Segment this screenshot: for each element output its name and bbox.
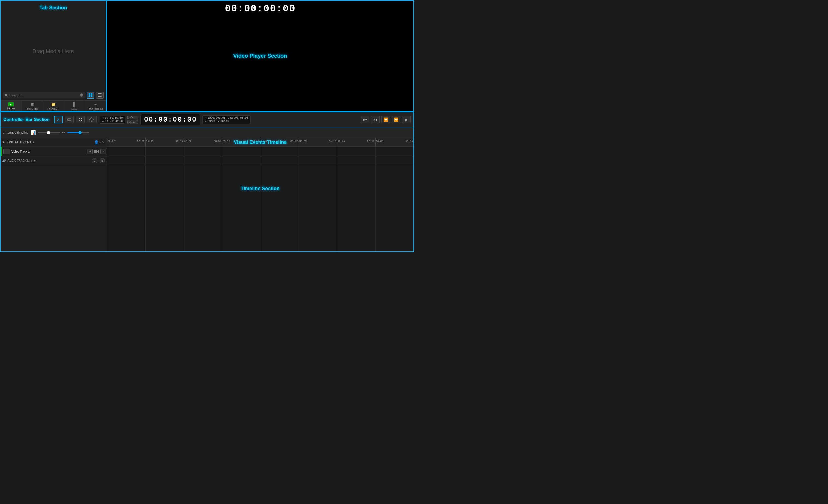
tab-daw[interactable]: ▋ DAW bbox=[64, 100, 85, 111]
search-input[interactable] bbox=[9, 93, 80, 97]
svg-rect-11 bbox=[69, 121, 70, 121]
timeline-content-right: Timeline Section bbox=[107, 147, 413, 251]
visual-events-filter-icon[interactable]: ▽ bbox=[102, 140, 105, 144]
tab-media[interactable]: ▶ MEDIA bbox=[1, 100, 22, 111]
ruler-tick bbox=[299, 138, 299, 146]
svg-rect-4 bbox=[91, 93, 92, 95]
drag-media-area: Drag Media Here bbox=[1, 13, 106, 90]
link-button[interactable] bbox=[361, 116, 369, 124]
tab-properties[interactable]: ≡ PROPERTIES bbox=[85, 100, 106, 111]
timecode-right-bottom-val: 00:00 bbox=[220, 120, 229, 123]
arrows-icon[interactable]: ⇔ bbox=[62, 131, 65, 135]
svg-rect-3 bbox=[89, 93, 90, 95]
audio-track-content[interactable] bbox=[107, 156, 413, 165]
timecode-in-top: 00:00:00:00 bbox=[105, 116, 123, 119]
left-panel: Tab Section Drag Media Here bbox=[0, 0, 107, 112]
zoom-slider[interactable] bbox=[38, 132, 60, 133]
timelines-tab-icon: ⊞ bbox=[30, 102, 35, 106]
visual-events-label-area: ▶ VISUAL EVENTS 👤+ ▽ bbox=[1, 138, 107, 147]
search-icon bbox=[4, 93, 8, 97]
video-track-content[interactable] bbox=[107, 147, 413, 156]
clock-icon: ⊟ bbox=[228, 116, 229, 119]
app-root: Tab Section Drag Media Here bbox=[0, 0, 414, 252]
audio-icon: 🔊 bbox=[2, 159, 6, 163]
timecode-right-top-val: 00:00:00:00 bbox=[230, 116, 248, 119]
media-tab-label: MEDIA bbox=[7, 107, 15, 110]
project-tab-label: PROJECT bbox=[47, 107, 59, 110]
svg-rect-5 bbox=[89, 95, 90, 97]
in-icon: ↤ bbox=[102, 116, 104, 119]
a-button[interactable]: A bbox=[54, 116, 63, 124]
timecode-out-bottom-row: ↦ 00:00 ⊕ 00:00 bbox=[205, 120, 248, 123]
badge-atmos: Atmos bbox=[127, 120, 138, 124]
search-input-wrap bbox=[3, 92, 85, 98]
plus-icon: ⊕ bbox=[218, 120, 219, 123]
audio-track-m-button[interactable]: M bbox=[92, 158, 97, 164]
timecode-out-bottom: 00:00 bbox=[208, 120, 216, 123]
daw-tab-icon: ▋ bbox=[72, 102, 77, 106]
ruler-mark: 00:20:00:00 bbox=[405, 140, 413, 143]
list-view-button[interactable] bbox=[96, 92, 104, 99]
rewind-button[interactable]: ⏪ bbox=[381, 116, 390, 124]
controller-bar: Controller Bar Section A ↤ 00:00:00:00 ↦… bbox=[0, 112, 414, 128]
ruler-tick bbox=[375, 138, 376, 146]
ruler-tick bbox=[107, 138, 107, 146]
timecode-out-top: 00:00:00:00 bbox=[208, 116, 225, 119]
monitor-button[interactable] bbox=[65, 116, 74, 124]
ruler-tick bbox=[183, 138, 184, 146]
timecode-in-bottom: 00:00:00:00 bbox=[105, 120, 123, 123]
properties-tab-icon: ≡ bbox=[93, 102, 98, 106]
visual-events-ruler-row: ▶ VISUAL EVENTS 👤+ ▽ 00:00:00:0000:02:30… bbox=[1, 138, 413, 147]
timecode-out-top-row: ↤ 00:00:00:00 ⊟ 00:00:00:00 bbox=[205, 116, 248, 119]
video-timecode: 00:00:00:00 bbox=[107, 1, 413, 14]
timecode-in-top-row: ↤ 00:00:00:00 bbox=[102, 116, 123, 119]
ruler-tick bbox=[337, 138, 337, 146]
drag-media-text: Drag Media Here bbox=[33, 48, 74, 54]
timeline-name: unnamed timeline bbox=[3, 131, 29, 135]
audio-track-s-button[interactable]: S bbox=[99, 158, 105, 164]
skip-to-start-button[interactable]: ⏮ bbox=[371, 116, 380, 124]
svg-rect-9 bbox=[98, 96, 102, 97]
settings-button[interactable] bbox=[87, 116, 96, 124]
video-track-name: Video Track 1 bbox=[11, 150, 85, 153]
scroll-slider-wrap bbox=[67, 132, 89, 133]
daw-tab-label: DAW bbox=[72, 107, 77, 110]
visual-events-expand[interactable]: ▶ bbox=[3, 140, 5, 144]
timecode-out-block: ↤ 00:00:00:00 ⊟ 00:00:00:00 ↦ 00:00 ⊕ 00… bbox=[202, 115, 251, 124]
scroll-slider[interactable] bbox=[67, 132, 89, 133]
play-button[interactable]: ▶ bbox=[402, 116, 411, 124]
video-track-label-cell: Video Track 1 M S bbox=[2, 147, 108, 156]
video-player-label: Video Player Section bbox=[233, 53, 287, 59]
tab-timelines[interactable]: ⊞ TIMELINES bbox=[22, 100, 43, 111]
badge-na: N/A bbox=[127, 116, 138, 119]
grid-view-button[interactable] bbox=[87, 92, 94, 99]
track-labels-panel: Video Track 1 M S 🔊 AUDIO TRACKS bbox=[1, 147, 107, 251]
timeline-ruler: 00:00:00:0000:02:30:0000:05:00:0000:07:3… bbox=[107, 138, 413, 147]
timeline-ruler-container: 00:00:00:0000:02:30:0000:05:00:0000:07:3… bbox=[107, 138, 413, 147]
tab-project[interactable]: 📁 PROJECT bbox=[43, 100, 64, 111]
video-player: 00:00:00:00 Video Player Section bbox=[107, 0, 414, 112]
main-timecode-display: 00:00:00:00 bbox=[140, 114, 201, 125]
clear-icon[interactable] bbox=[80, 93, 83, 97]
search-bar-row bbox=[1, 90, 106, 100]
add-person-icon[interactable]: 👤+ bbox=[94, 140, 101, 144]
timecode-in-block: ↤ 00:00:00:00 ↦ 00:00:00:00 bbox=[100, 116, 125, 124]
tab-section-label: Tab Section bbox=[1, 1, 106, 13]
media-tab-icon: ▶ bbox=[8, 102, 14, 106]
audio-track-name: AUDIO TRACKS: none bbox=[8, 159, 90, 162]
timeline-section-label: Timeline Section bbox=[241, 186, 280, 191]
video-track-thumbnail bbox=[3, 149, 10, 154]
svg-rect-8 bbox=[98, 95, 102, 95]
tracks-and-content: Video Track 1 M S 🔊 AUDIO TRACKS bbox=[1, 147, 413, 251]
timeline-section-label-container: Timeline Section bbox=[241, 186, 280, 191]
fast-forward-button[interactable]: ⏩ bbox=[391, 116, 400, 124]
waveform-icon: 📊 bbox=[31, 130, 36, 135]
visual-events-timeline-label: Visual Events Timeline bbox=[234, 139, 287, 145]
fullscreen-button[interactable] bbox=[76, 116, 85, 124]
timecode-in-bottom-row: ↦ 00:00:00:00 bbox=[102, 120, 123, 123]
out-top-icon: ↤ bbox=[205, 116, 206, 119]
svg-point-13 bbox=[363, 120, 364, 121]
svg-point-12 bbox=[91, 119, 92, 121]
video-track-m-button[interactable]: M bbox=[87, 149, 93, 154]
video-track-s-button[interactable]: S bbox=[100, 149, 107, 154]
